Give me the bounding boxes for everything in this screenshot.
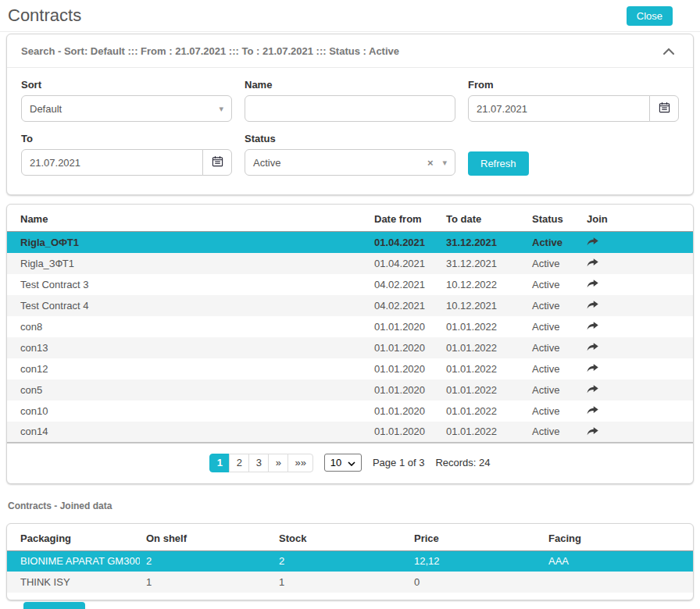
to-calendar-button[interactable] xyxy=(202,149,232,176)
name-input[interactable] xyxy=(245,95,455,122)
cell-date-from: 01.04.2021 xyxy=(368,232,440,253)
calendar-icon xyxy=(212,155,223,169)
cell-to-date: 01.01.2022 xyxy=(440,316,526,337)
cell-to-date: 01.01.2022 xyxy=(440,337,526,358)
cell-price: 0 xyxy=(408,572,542,593)
cell-name: Rigla_ОФТ1 xyxy=(7,232,368,253)
cell-date-from: 01.01.2020 xyxy=(368,422,440,443)
pagination-last-button[interactable]: »» xyxy=(288,454,312,472)
page-size-value: 10 xyxy=(330,457,341,468)
join-arrow-icon[interactable] xyxy=(587,299,598,309)
cell-name: Test Contract 3 xyxy=(7,274,368,295)
cell-status: Active xyxy=(526,316,580,337)
cell-to-date: 01.01.2022 xyxy=(440,358,526,379)
close-button[interactable]: Close xyxy=(627,6,673,26)
cell-to-date: 01.01.2022 xyxy=(440,422,526,443)
table-row[interactable]: Test Contract 3 04.02.2021 10.12.2022 Ac… xyxy=(7,274,693,295)
cell-name: con14 xyxy=(7,422,368,443)
cell-name: Test Contract 4 xyxy=(7,295,368,316)
search-form: Sort Default ▾ Name From xyxy=(7,68,693,194)
partial-button[interactable] xyxy=(23,602,85,609)
from-date-input[interactable] xyxy=(468,95,650,122)
cell-name: con13 xyxy=(7,337,368,358)
to-field: To xyxy=(21,133,232,176)
table-row[interactable]: con14 01.01.2020 01.01.2022 Active xyxy=(7,422,693,443)
cell-date-from: 01.01.2020 xyxy=(368,401,440,422)
pagination-page-1[interactable]: 1 xyxy=(209,454,230,472)
cell-to-date: 01.01.2022 xyxy=(440,379,526,401)
chevron-down-icon xyxy=(348,457,355,468)
page-size-select[interactable]: 10 xyxy=(324,454,362,472)
join-arrow-icon[interactable] xyxy=(587,404,598,415)
column-header-facing: Facing xyxy=(542,524,693,551)
from-calendar-button[interactable] xyxy=(649,95,679,122)
table-row[interactable]: con12 01.01.2020 01.01.2022 Active xyxy=(7,358,693,379)
to-date-input[interactable] xyxy=(21,149,203,176)
cell-status: Active xyxy=(526,232,580,253)
joined-section-label: Contracts - Joined data xyxy=(0,500,700,511)
status-value: Active xyxy=(253,157,280,169)
page-buttons: 1 2 3 » »» xyxy=(209,454,312,472)
chevron-up-icon xyxy=(663,45,674,57)
table-row[interactable]: con8 01.01.2020 01.01.2022 Active xyxy=(7,316,693,337)
page-title: Contracts xyxy=(8,5,81,26)
cell-price: 12,12 xyxy=(408,550,542,572)
table-row[interactable]: con13 01.01.2020 01.01.2022 Active xyxy=(7,337,693,358)
cell-to-date: 31.12.2021 xyxy=(440,232,526,253)
cell-status: Active xyxy=(526,253,580,274)
cell-to-date: 01.01.2022 xyxy=(440,401,526,422)
table-row[interactable]: Test Contract 4 04.02.2021 10.12.2021 Ac… xyxy=(7,295,693,316)
collapse-button[interactable] xyxy=(663,45,674,57)
column-header-to-date: To date xyxy=(440,205,526,232)
cell-status: Active xyxy=(526,274,580,295)
cell-date-from: 01.01.2020 xyxy=(368,337,440,358)
contracts-page: Contracts Close Search - Sort: Default :… xyxy=(0,0,700,609)
joined-table: Packaging On shelf Stock Price Facing BI… xyxy=(7,524,693,593)
table-row[interactable]: Rigla_ЗФТ1 01.04.2021 31.12.2021 Active xyxy=(7,253,693,274)
pagination-next-button[interactable]: » xyxy=(268,454,288,472)
join-arrow-icon[interactable] xyxy=(587,320,598,330)
sort-field: Sort Default ▾ xyxy=(21,79,232,122)
cell-date-from: 04.02.2021 xyxy=(368,274,440,295)
from-field: From xyxy=(468,79,679,122)
join-arrow-icon[interactable] xyxy=(587,341,598,351)
sort-select[interactable]: Default ▾ xyxy=(21,95,232,122)
join-arrow-icon[interactable] xyxy=(587,236,598,246)
cell-stock: 1 xyxy=(273,572,408,593)
table-row[interactable]: BIONIME APARAT GM300 2 2 12,12 AAA xyxy=(7,550,693,572)
table-row[interactable]: con10 01.01.2020 01.01.2022 Active xyxy=(7,401,693,422)
cell-on-shelf: 2 xyxy=(140,550,273,572)
cell-to-date: 10.12.2021 xyxy=(440,295,526,316)
status-select[interactable]: Active × ▾ xyxy=(245,149,455,176)
cell-stock: 2 xyxy=(273,550,408,572)
column-header-price: Price xyxy=(408,524,542,551)
join-arrow-icon[interactable] xyxy=(587,362,598,372)
cell-name: con8 xyxy=(7,316,368,337)
cell-packaging: THINK ISY xyxy=(7,572,140,593)
cell-status: Active xyxy=(526,379,580,401)
table-row[interactable]: Rigla_ОФТ1 01.04.2021 31.12.2021 Active xyxy=(7,232,693,253)
cell-packaging: BIONIME APARAT GM300 xyxy=(7,550,140,572)
search-panel: Search - Sort: Default ::: From : 21.07.… xyxy=(6,34,694,195)
column-header-packaging: Packaging xyxy=(7,524,140,551)
pagination-page-2[interactable]: 2 xyxy=(229,454,249,472)
cell-facing xyxy=(542,572,693,593)
table-row[interactable]: con5 01.01.2020 01.01.2022 Active xyxy=(7,379,693,401)
cell-date-from: 04.02.2021 xyxy=(368,295,440,316)
search-panel-header[interactable]: Search - Sort: Default ::: From : 21.07.… xyxy=(7,34,693,68)
join-arrow-icon[interactable] xyxy=(587,383,598,394)
refresh-cell: Refresh xyxy=(468,133,679,176)
refresh-button[interactable]: Refresh xyxy=(468,151,529,176)
join-arrow-icon[interactable] xyxy=(587,257,598,267)
join-arrow-icon[interactable] xyxy=(587,426,598,436)
cell-status: Active xyxy=(526,337,580,358)
join-arrow-icon[interactable] xyxy=(587,278,598,288)
column-header-join: Join xyxy=(580,205,693,232)
column-header-status: Status xyxy=(526,205,580,232)
clear-icon[interactable]: × xyxy=(427,158,434,168)
table-row[interactable]: THINK ISY 1 1 0 xyxy=(7,572,693,593)
cell-status: Active xyxy=(526,422,580,443)
name-field: Name xyxy=(245,79,455,122)
pagination-page-3[interactable]: 3 xyxy=(248,454,269,472)
column-header-on-shelf: On shelf xyxy=(140,524,273,551)
